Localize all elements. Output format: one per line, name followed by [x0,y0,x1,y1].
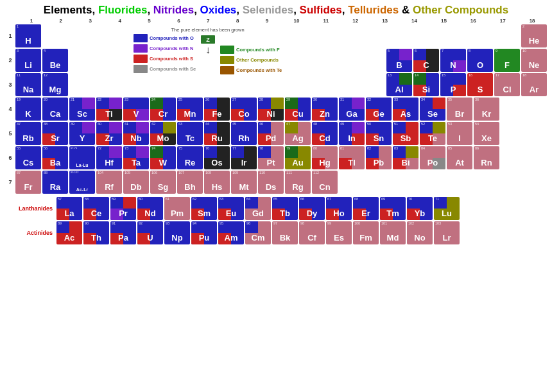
element-H[interactable]: 1H [15,24,41,47]
element-Bi[interactable]: 83Bi [393,146,418,169]
element-W[interactable]: 74W [150,146,176,169]
element-V[interactable]: 23V [123,98,149,121]
element-Y[interactable]: 39Y [69,122,95,145]
element-Ds[interactable]: 110Ds [258,171,284,194]
element-Bk[interactable]: 97Bk [272,221,298,244]
element-Nd[interactable]: 60Nd [137,197,163,220]
element-Sm[interactable]: 62Sm [191,197,217,220]
element-In[interactable]: 49In [339,122,365,145]
element-Na[interactable]: 11Na [15,73,41,96]
element-Au[interactable]: 79Au [285,146,311,169]
element-Es[interactable]: 99Es [326,221,352,244]
element-Fr[interactable]: 87Fr [15,171,41,194]
element-Xe[interactable]: 54Xe [474,122,499,145]
element-Sn[interactable]: 50Sn [366,122,392,145]
element-Fm[interactable]: 100Fm [353,221,379,244]
element-Si[interactable]: 14Si [413,73,439,96]
element-S[interactable]: 16S [467,73,493,96]
element-Cu[interactable]: 29Cu [285,98,311,121]
element-La-Lu[interactable]: 57-71La-Lu [69,146,95,169]
element-Pt[interactable]: 78Pt [258,146,284,169]
element-Co[interactable]: 27Co [231,98,257,121]
element-C[interactable]: 6C [413,49,439,72]
element-Mt[interactable]: 109Mt [231,171,257,194]
element-Pu[interactable]: 94Pu [191,221,217,244]
element-Li[interactable]: 3Li [15,49,41,72]
element-Sc[interactable]: 21Sc [69,98,95,121]
element-Gd[interactable]: 64Gd [245,197,271,220]
element-Ta[interactable]: 73Ta [123,146,149,169]
element-Md[interactable]: 101Md [380,221,406,244]
element-Tl[interactable]: 81Tl [339,146,365,169]
element-Lu[interactable]: 71Lu [434,197,460,220]
element-Tm[interactable]: 69Tm [380,197,406,220]
element-Np[interactable]: 93Np [164,221,190,244]
element-Th[interactable]: 90Th [83,221,109,244]
element-Po[interactable]: 84Po [420,146,445,169]
element-K[interactable]: 19K [15,98,41,121]
element-Br[interactable]: 35Br [447,98,472,121]
element-Mn[interactable]: 25Mn [177,98,203,121]
element-Cl[interactable]: 17Cl [494,73,520,96]
element-Bh[interactable]: 107Bh [177,171,203,194]
element-At[interactable]: 85At [447,146,472,169]
element-Ac-Lr[interactable]: 89-102Ac-Lr [69,171,95,194]
element-Kr[interactable]: 36Kr [474,98,499,121]
element-Ba[interactable]: 56Ba [42,146,68,169]
element-Ne[interactable]: 10Ne [521,49,547,72]
element-Pr[interactable]: 59Pr [110,197,136,220]
element-N[interactable]: 7N [440,49,466,72]
element-Yb[interactable]: 70Yb [407,197,433,220]
element-Cs[interactable]: 55Cs [15,146,41,169]
element-Db[interactable]: 105Db [123,171,149,194]
element-Mo[interactable]: 42Mo [150,122,176,145]
element-Tc[interactable]: 43Tc [177,122,203,145]
element-Ni[interactable]: 28Ni [258,98,284,121]
element-Re[interactable]: 75Re [177,146,203,169]
element-Ti[interactable]: 22Ti [96,98,122,121]
element-O[interactable]: 8O [467,49,493,72]
element-Zn[interactable]: 30Zn [312,98,338,121]
element-Lr[interactable]: 103Lr [434,221,460,244]
element-Hg[interactable]: 80Hg [312,146,338,169]
element-Ce[interactable]: 58Ce [83,197,109,220]
element-Ru[interactable]: 44Ru [204,122,230,145]
element-Er[interactable]: 68Er [353,197,379,220]
element-Mg[interactable]: 12Mg [42,73,68,96]
element-I[interactable]: 53I [447,122,472,145]
element-Eu[interactable]: 63Eu [218,197,244,220]
element-Os[interactable]: 76Os [204,146,230,169]
element-No[interactable]: 102No [407,221,433,244]
element-U[interactable]: 92U [137,221,163,244]
element-Hf[interactable]: 72Hf [96,146,122,169]
element-Pa[interactable]: 91Pa [110,221,136,244]
element-Rh[interactable]: 45Rh [231,122,257,145]
element-Pm[interactable]: 61Pm [164,197,190,220]
element-La[interactable]: 57La [56,197,82,220]
element-Rf[interactable]: 104Rf [96,171,122,194]
element-Ra[interactable]: 88Ra [42,171,68,194]
element-Al[interactable]: 13Al [386,73,412,96]
element-P[interactable]: 15P [440,73,466,96]
element-Ga[interactable]: 31Ga [339,98,365,121]
element-Be[interactable]: 4Be [42,49,68,72]
element-Ho[interactable]: 67Ho [326,197,352,220]
element-Ac[interactable]: 89Ac [56,221,82,244]
element-Pd[interactable]: 46Pd [258,122,284,145]
element-Nb[interactable]: 41Nb [123,122,149,145]
element-He[interactable]: 2He [521,24,547,47]
element-Dy[interactable]: 66Dy [299,197,325,220]
element-Cd[interactable]: 48Cd [312,122,338,145]
element-Am[interactable]: 95Am [218,221,244,244]
element-Ge[interactable]: 32Ge [366,98,392,121]
element-Cn[interactable]: 112Cn [312,171,338,194]
element-Rn[interactable]: 86Rn [474,146,499,169]
element-Se[interactable]: 34Se [420,98,445,121]
element-Tb[interactable]: 65Tb [272,197,298,220]
element-Cm[interactable]: 96Cm [245,221,271,244]
element-Ir[interactable]: 77Ir [231,146,257,169]
element-Te[interactable]: 52Te [420,122,445,145]
element-F[interactable]: 9F [494,49,520,72]
element-Hs[interactable]: 108Hs [204,171,230,194]
element-As[interactable]: 33As [393,98,418,121]
